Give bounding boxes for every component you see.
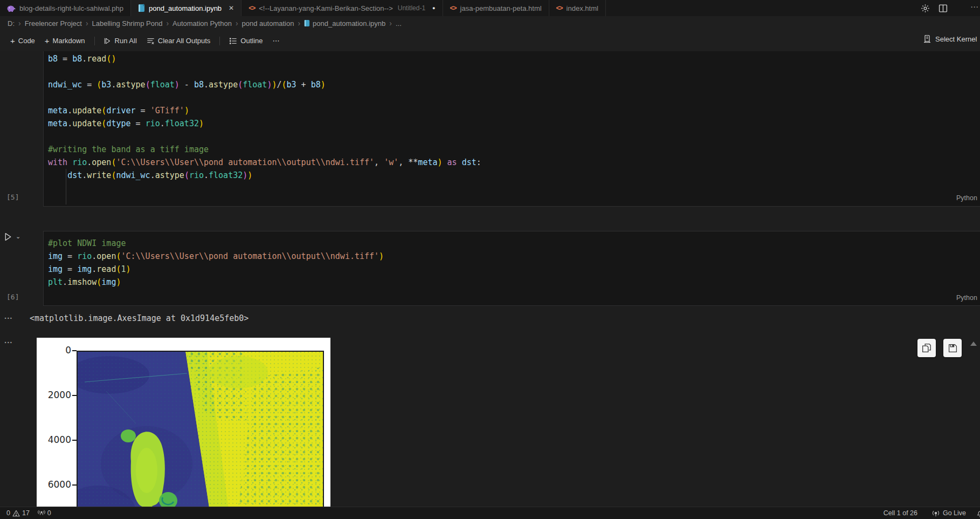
broadcast-icon xyxy=(932,509,940,517)
tab-label: blog-details-right-lulc-sahiwal.php xyxy=(19,4,123,12)
code-line[interactable]: #writing the band as a tiff image xyxy=(48,143,980,156)
run-all-label: Run All xyxy=(115,37,137,45)
gear-icon[interactable] xyxy=(921,4,930,13)
close-icon[interactable]: ✕ xyxy=(229,4,234,12)
y-tick-label: 6000 xyxy=(37,479,71,490)
problems-indicator[interactable]: 0 17 xyxy=(4,509,32,517)
add-code-cell-button[interactable]: + Code xyxy=(5,34,40,47)
breadcrumb-folder[interactable]: Automation Python xyxy=(172,19,232,28)
add-code-label: Code xyxy=(18,37,35,45)
code-line[interactable]: dst.write(ndwi_wc.astype(rio.float32)) xyxy=(48,169,980,182)
go-live-button[interactable]: Go Live xyxy=(932,509,966,517)
code-editor[interactable]: b8 = b8.read() ndwi_wc = (b3.astype(floa… xyxy=(44,51,980,182)
notebook-editor: b8 = b8.read() ndwi_wc = (b3.astype(floa… xyxy=(0,51,980,507)
cell-language-picker[interactable]: Python xyxy=(956,294,980,302)
code-line[interactable] xyxy=(48,91,980,104)
tab-untitled-1[interactable]: <> <!--Layanan-yang-Kami-Berikan-Section… xyxy=(241,0,443,16)
clear-all-outputs-button[interactable]: Clear All Outputs xyxy=(142,35,216,47)
y-tick-mark xyxy=(72,395,77,396)
output-more-actions[interactable]: ... xyxy=(4,336,13,345)
tab-label: pond_automation.ipynb xyxy=(149,4,222,12)
tab-pond-automation-ipynb[interactable]: pond_automation.ipynb ✕ xyxy=(131,0,241,16)
more-actions-button[interactable]: ⋯ xyxy=(268,35,285,47)
y-tick-label: 0 xyxy=(37,345,71,356)
output-text: <matplotlib.image.AxesImage at 0x1d914e5… xyxy=(30,313,249,323)
toolbar-divider xyxy=(94,37,95,45)
execution-count: [6] xyxy=(6,293,19,301)
code-line[interactable]: b8 = b8.read() xyxy=(48,52,980,65)
outline-button[interactable]: Outline xyxy=(224,35,267,47)
bell-icon[interactable] xyxy=(976,509,980,517)
y-tick-label: 2000 xyxy=(37,390,71,400)
copy-icon xyxy=(922,343,931,353)
vscode-window: blog-details-right-lulc-sahiwal.php pond… xyxy=(0,0,980,519)
tab-bar: blog-details-right-lulc-sahiwal.php pond… xyxy=(0,0,980,16)
code-line[interactable]: img = img.read(1) xyxy=(48,263,980,276)
php-icon xyxy=(7,5,16,12)
code-line[interactable]: with rio.open('C:\\Users\\User\\pond aut… xyxy=(48,156,980,169)
chevron-right-icon: › xyxy=(166,19,169,28)
notebook-toolbar: + Code + Markdown Run All Clear All Outp… xyxy=(0,30,980,52)
outline-label: Outline xyxy=(240,37,263,45)
code-line[interactable]: meta.update(driver = 'GTiff') xyxy=(48,104,980,117)
plus-icon: + xyxy=(45,36,50,45)
breadcrumb-folder[interactable]: Freelencer Project xyxy=(25,19,82,28)
execution-count: [5] xyxy=(6,193,19,201)
code-line[interactable] xyxy=(48,130,980,143)
save-icon xyxy=(948,344,957,353)
outline-icon xyxy=(229,37,237,45)
output-hover-toolbar xyxy=(917,339,962,357)
indent-guide xyxy=(66,169,66,204)
scroll-up-arrow-icon[interactable] xyxy=(970,342,977,346)
toolbar-divider xyxy=(219,37,220,45)
y-tick-mark xyxy=(72,440,77,441)
tab-jasa-pembuatan-peta[interactable]: <> jasa-pembuatan-peta.html xyxy=(443,0,549,16)
ports-indicator[interactable]: 0 xyxy=(35,509,54,517)
breadcrumb-folder[interactable]: Labelling Shrimp Pond xyxy=(92,19,163,28)
tab-description: Untitled-1 xyxy=(398,4,425,12)
y-tick-mark xyxy=(72,350,77,351)
add-markdown-label: Markdown xyxy=(53,37,85,45)
output-more-actions[interactable]: ... xyxy=(4,311,13,320)
cell-language-picker[interactable]: Python xyxy=(956,194,980,202)
breadcrumb: D:› Freelencer Project› Labelling Shrimp… xyxy=(0,16,980,30)
clear-outputs-icon xyxy=(147,37,155,45)
run-all-button[interactable]: Run All xyxy=(99,35,142,47)
radio-tower-icon xyxy=(38,509,45,517)
cell-indicator[interactable]: Cell 1 of 26 xyxy=(884,509,917,517)
go-live-label: Go Live xyxy=(943,509,966,517)
code-cell-1[interactable]: b8 = b8.read() ndwi_wc = (b3.astype(floa… xyxy=(43,51,980,207)
kernel-icon xyxy=(923,35,931,43)
plus-icon: + xyxy=(10,36,15,45)
chevron-right-icon: › xyxy=(86,19,88,28)
unsaved-dot-icon[interactable]: ● xyxy=(432,5,435,11)
status-bar: 0 17 0 Cell 1 of 26 Go Live xyxy=(0,507,980,519)
code-line[interactable]: meta.update(dtype = rio.float32) xyxy=(48,117,980,130)
code-line[interactable]: ndwi_wc = (b3.astype(float) - b8.astype(… xyxy=(48,78,980,91)
warnings-count: 17 xyxy=(22,509,30,517)
chevron-down-icon[interactable]: ⌄ xyxy=(16,233,20,240)
breadcrumb-file[interactable]: pond_automation.ipynb xyxy=(313,19,385,28)
html-icon: <> xyxy=(249,4,255,12)
code-line[interactable]: #plot NDWI image xyxy=(48,237,980,250)
save-output-button[interactable] xyxy=(943,339,962,357)
select-kernel-button[interactable]: Select Kernel xyxy=(923,35,977,43)
code-line[interactable]: plt.imshow(img) xyxy=(48,276,980,289)
code-cell-2[interactable]: #plot NDWI imageimg = rio.open('C:\\User… xyxy=(43,231,980,306)
breadcrumb-folder[interactable]: pond automation xyxy=(242,19,294,28)
html-icon: <> xyxy=(556,4,563,12)
code-line[interactable] xyxy=(48,65,980,78)
add-markdown-cell-button[interactable]: + Markdown xyxy=(40,34,90,47)
more-tabs-icon[interactable]: ⋯ xyxy=(970,2,978,12)
breadcrumb-symbol[interactable]: ... xyxy=(396,19,402,28)
tab-index-html[interactable]: <> index.html xyxy=(549,0,606,16)
breadcrumb-drive[interactable]: D: xyxy=(8,19,15,28)
split-editor-icon[interactable] xyxy=(938,4,948,13)
tab-blog-details-php[interactable]: blog-details-right-lulc-sahiwal.php xyxy=(0,0,131,16)
run-cell-button[interactable] xyxy=(3,232,12,242)
html-icon: <> xyxy=(450,4,457,12)
code-editor[interactable]: #plot NDWI imageimg = rio.open('C:\\User… xyxy=(44,231,980,289)
code-line[interactable]: img = rio.open('C:\\Users\\User\\pond au… xyxy=(48,250,980,263)
errors-count: 0 xyxy=(6,509,10,517)
copy-output-button[interactable] xyxy=(917,339,936,357)
